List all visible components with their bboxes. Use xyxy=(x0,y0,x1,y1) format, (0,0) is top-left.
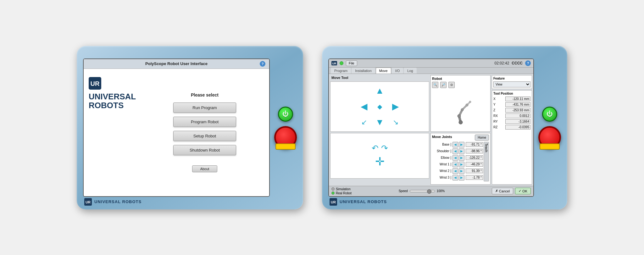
setup-robot-button[interactable]: Setup Robot xyxy=(173,131,236,141)
svg-text:UR: UR xyxy=(86,200,91,204)
joint-name: Base xyxy=(432,143,449,146)
joint-arrow-left[interactable]: ◀ xyxy=(452,155,458,161)
tab-io[interactable]: I/O xyxy=(392,68,403,74)
joint-arrow-left[interactable]: ◀ xyxy=(452,148,458,154)
arrow-up[interactable]: ▲ xyxy=(372,83,387,98)
left-tablet: PolyScope Robot User Interface ? UR UNIV… xyxy=(77,46,303,209)
ur-logo-large: UR xyxy=(89,77,101,90)
pos-name-x: X xyxy=(493,97,500,101)
right-bottom-brand-text: UNIVERSAL ROBOTS xyxy=(340,199,387,204)
joint-arrows: ◀ ▶ xyxy=(452,168,464,174)
tablet-bottom-brand: UR UNIVERSAL ROBOTS xyxy=(84,198,142,206)
teach-label: Teach xyxy=(484,142,489,181)
shutdown-robot-button[interactable]: Shutdown Robot xyxy=(173,145,236,155)
rs-header: UR File 02:02:42 CCCC ? xyxy=(329,59,533,68)
joint-name: Shoulder xyxy=(432,149,449,153)
joint-name: Wrist 1 xyxy=(432,163,449,166)
ok-button[interactable]: ✓ OK xyxy=(515,188,531,194)
rs-left-panel: Move Tool ▲ ◀ ◆ ▶ xyxy=(330,75,429,185)
bottom-brand-text: UNIVERSAL ROBOTS xyxy=(94,199,142,204)
run-program-button[interactable]: Run Program xyxy=(173,103,236,113)
joint-arrow-right[interactable]: ▶ xyxy=(459,168,464,174)
arrow-left[interactable]: ◀ xyxy=(357,99,372,114)
please-select-label: Please select xyxy=(191,92,219,97)
about-button[interactable]: About xyxy=(192,165,217,172)
program-robot-button[interactable]: Program Robot xyxy=(173,117,236,127)
rotate-ccw-top[interactable]: ↶ xyxy=(372,143,379,153)
speed-area: Speed 100% xyxy=(399,189,445,193)
tab-move[interactable]: Move xyxy=(376,68,391,74)
ur-logo-rs: UR xyxy=(331,61,337,65)
svg-point-13 xyxy=(466,104,468,106)
joint-arrow-left[interactable]: ◀ xyxy=(452,175,458,180)
tab-installation[interactable]: Installation xyxy=(352,68,375,74)
pos-value-y: -431.76 mm xyxy=(505,102,530,107)
arrow-right[interactable]: ▶ xyxy=(388,99,403,114)
cancel-x-icon: ✗ xyxy=(495,189,498,193)
arrow-diag-dr[interactable]: ↘ xyxy=(388,115,403,130)
tablets-container: PolyScope Robot User Interface ? UR UNIV… xyxy=(77,46,567,209)
speed-thumb xyxy=(427,189,431,194)
joint-arrow-left[interactable]: ◀ xyxy=(452,168,458,174)
joint-arrow-right[interactable]: ▶ xyxy=(459,162,464,167)
joint-row: Wrist 3 ◀ ▶ -1.78 ° xyxy=(432,175,483,180)
feature-select[interactable]: View Base Tool xyxy=(493,81,530,87)
file-button[interactable]: File xyxy=(346,60,357,66)
joint-value: -1.78 ° xyxy=(466,175,483,180)
tab-log[interactable]: Log xyxy=(404,68,416,74)
pos-value-x: -120.11 mm xyxy=(505,97,530,101)
cross-arrow[interactable]: ✛ xyxy=(375,155,385,168)
zoom-out-icon[interactable]: 🔎 xyxy=(440,82,447,88)
svg-point-10 xyxy=(459,120,463,124)
joint-arrows: ◀ ▶ xyxy=(452,142,464,147)
right-controls xyxy=(538,107,561,149)
simulation-dot xyxy=(331,187,335,191)
ur-logo-bottom: UR xyxy=(84,198,92,206)
emergency-stop[interactable] xyxy=(274,126,297,149)
joint-arrow-right[interactable]: ▶ xyxy=(459,155,464,161)
reset-view-icon[interactable]: ⊙ xyxy=(448,82,455,88)
rs-footer: Simulation Real Robot Speed 100% xyxy=(329,186,533,196)
home-button[interactable]: Home xyxy=(475,135,489,141)
rs-right-panel: Feature View Base Tool Tool Position X xyxy=(492,75,532,185)
buttons-area: Please select Run Program Program Robot … xyxy=(145,74,264,191)
rotate-cw-top[interactable]: ↷ xyxy=(381,143,388,153)
joint-arrow-right[interactable]: ▶ xyxy=(459,142,464,147)
right-emergency-stop[interactable] xyxy=(538,126,561,149)
arrow-down[interactable]: ▼ xyxy=(372,115,387,130)
power-button[interactable] xyxy=(278,107,293,122)
joint-bar-container xyxy=(451,176,451,180)
pos-name-rx: RX xyxy=(493,114,500,118)
arrow-diag-dl[interactable]: ↙ xyxy=(357,115,372,130)
right-power-button[interactable] xyxy=(542,107,557,122)
ok-check-icon: ✓ xyxy=(519,189,521,193)
pos-value-z: -253.93 mm xyxy=(505,108,530,113)
joint-bar-container xyxy=(451,149,451,153)
cancel-button[interactable]: ✗ Cancel xyxy=(492,188,513,194)
speed-slider[interactable] xyxy=(410,190,435,192)
pos-value-rx: 0.0012 xyxy=(505,114,530,118)
arrow-center[interactable]: ◆ xyxy=(372,99,387,114)
joint-name: Wrist 2 xyxy=(432,169,449,173)
help-icon[interactable]: ? xyxy=(260,61,265,67)
feature-box: Feature View Base Tool xyxy=(492,75,532,89)
rs-tabs: Program Installation Move I/O Log xyxy=(329,68,533,74)
joints-list: Base ◀ ▶ -91.71 ° Shoulder ◀ ▶ -98. xyxy=(432,142,483,181)
tab-program[interactable]: Program xyxy=(331,68,351,74)
pos-row-ry: RY -3.1664 xyxy=(493,119,530,124)
joint-arrow-left[interactable]: ◀ xyxy=(452,162,458,167)
right-screen-inner: UR File 02:02:42 CCCC ? Program Installa… xyxy=(329,59,533,196)
zoom-in-icon[interactable]: 🔍 xyxy=(432,82,438,88)
screen-header: PolyScope Robot User Interface ? xyxy=(84,59,269,69)
joint-arrow-left[interactable]: ◀ xyxy=(452,142,458,147)
joint-arrow-right[interactable]: ▶ xyxy=(459,148,464,154)
ur-logo-bottom-right: UR xyxy=(330,198,337,206)
rs-help-icon[interactable]: ? xyxy=(525,60,531,66)
joints-section: Move Joints Home Base ◀ ▶ xyxy=(430,133,491,185)
svg-point-14 xyxy=(469,101,471,103)
joints-label: Move Joints xyxy=(432,135,452,139)
svg-text:UR: UR xyxy=(91,80,100,87)
real-robot-dot xyxy=(331,191,335,195)
brand-name: UNIVERSAL ROBOTS xyxy=(89,92,136,110)
joint-arrow-right[interactable]: ▶ xyxy=(459,175,464,180)
